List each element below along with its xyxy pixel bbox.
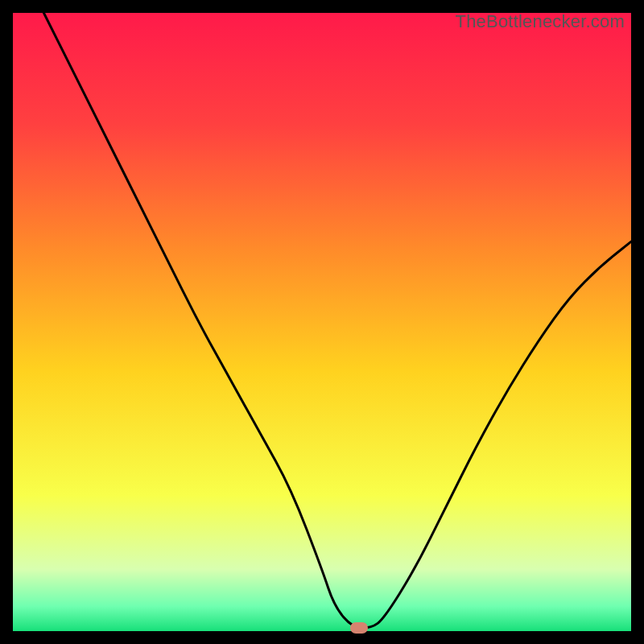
svg-rect-0: [13, 13, 631, 631]
chart-frame: TheBottlenecker.com: [13, 13, 631, 631]
bottleneck-marker: [350, 622, 368, 634]
chart-background-gradient: [13, 13, 631, 631]
